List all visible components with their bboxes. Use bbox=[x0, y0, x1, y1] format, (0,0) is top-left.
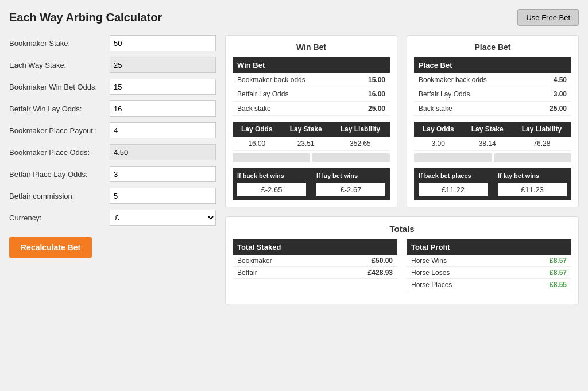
win-bet-info-table: Bookmaker back odds15.00Betfair Lay Odds… bbox=[233, 73, 390, 116]
place-bet-card-title: Place Bet bbox=[414, 42, 571, 52]
form-row-bm-place-odds: Bookmaker Place Odds: bbox=[9, 144, 216, 160]
table-row: Back stake25.00 bbox=[233, 102, 390, 116]
table-row: Betfair Lay Odds3.00 bbox=[414, 87, 571, 102]
input-bf-win-lay-odds[interactable] bbox=[110, 100, 216, 117]
use-free-bet-button[interactable]: Use Free Bet bbox=[517, 9, 579, 26]
table-row: 16.0023.51352.65 bbox=[233, 137, 390, 151]
form-row-bm-win-odds: Bookmaker Win Bet Odds: bbox=[9, 79, 216, 95]
page-title: Each Way Arbing Calculator bbox=[9, 11, 162, 24]
label-each-way-stake: Each Way Stake: bbox=[9, 61, 110, 69]
total-staked-header: Total Staked bbox=[233, 239, 397, 255]
recalculate-button[interactable]: Recalculate Bet bbox=[9, 237, 92, 258]
form-row-bookmaker-stake: Bookmaker Stake: bbox=[9, 35, 216, 51]
place-bet-lay-table: Lay OddsLay StakeLay Liability 3.0038.14… bbox=[414, 122, 571, 151]
table-row: Bookmaker£50.00 bbox=[233, 255, 397, 267]
table-row: Bookmaker back odds15.00 bbox=[233, 73, 390, 87]
label-bookmaker-stake: Bookmaker Stake: bbox=[9, 39, 110, 48]
place-bet-table-header: Place Bet bbox=[414, 57, 571, 73]
totals-cards: Total Staked Bookmaker£50.00Betfair£428.… bbox=[233, 239, 571, 297]
win-bet-table-header: Win Bet bbox=[233, 57, 390, 73]
label-bf-win-lay-odds: Betfair Win Lay Odds: bbox=[9, 104, 110, 113]
currency-select[interactable]: £$€ bbox=[110, 210, 216, 226]
place-bet-info-table: Bookmaker back odds4.50Betfair Lay Odds3… bbox=[414, 73, 571, 116]
place-bet-card: Place Bet Place Bet Bookmaker back odds4… bbox=[407, 35, 579, 207]
outcome-cell: If lay bet wins£-2.67 bbox=[312, 168, 390, 200]
bet-cards-container: Win Bet Win Bet Bookmaker back odds15.00… bbox=[225, 35, 579, 207]
win-bet-slider-1[interactable] bbox=[233, 153, 310, 162]
total-staked-card: Total Staked Bookmaker£50.00Betfair£428.… bbox=[233, 239, 397, 297]
table-row: Horse Loses£8.57 bbox=[407, 267, 571, 279]
totals-section: Totals Total Staked Bookmaker£50.00Betfa… bbox=[225, 216, 579, 304]
form-row-bf-win-lay-odds: Betfair Win Lay Odds: bbox=[9, 100, 216, 117]
label-bm-place-payout: Bookmaker Place Payout : bbox=[9, 126, 110, 135]
form-row-each-way-stake: Each Way Stake: bbox=[9, 57, 216, 73]
input-each-way-stake[interactable] bbox=[110, 57, 216, 73]
input-bf-place-lay-odds[interactable] bbox=[110, 166, 216, 182]
input-bf-commission[interactable] bbox=[110, 188, 216, 204]
label-bm-place-odds: Bookmaker Place Odds: bbox=[9, 148, 110, 157]
place-bet-outcome-row: If back bet places£11.22If lay bet wins£… bbox=[414, 168, 571, 200]
input-bm-win-odds[interactable] bbox=[110, 79, 216, 95]
total-profit-card: Total Profit Horse Wins£8.57Horse Loses£… bbox=[407, 239, 571, 297]
total-profit-table: Horse Wins£8.57Horse Loses£8.57Horse Pla… bbox=[407, 255, 571, 291]
place-bet-slider-2[interactable] bbox=[494, 153, 571, 162]
table-row: Bookmaker back odds4.50 bbox=[414, 73, 571, 87]
input-bookmaker-stake[interactable] bbox=[110, 35, 216, 51]
label-bf-commission: Betfair commission: bbox=[9, 192, 110, 200]
win-bet-lay-table: Lay OddsLay StakeLay Liability 16.0023.5… bbox=[233, 122, 390, 151]
outcome-cell: If back bet wins£-2.65 bbox=[233, 168, 311, 200]
table-row: Back stake25.00 bbox=[414, 102, 571, 116]
form-row-bf-place-lay-odds: Betfair Place Lay Odds: bbox=[9, 166, 216, 182]
win-bet-sliders bbox=[233, 153, 390, 162]
table-row: Horse Places£8.55 bbox=[407, 279, 571, 291]
table-row: 3.0038.1476.28 bbox=[414, 137, 571, 151]
win-bet-card-title: Win Bet bbox=[233, 42, 390, 52]
total-profit-header: Total Profit bbox=[407, 239, 571, 255]
place-bet-sliders bbox=[414, 153, 571, 162]
form-row-bm-place-payout: Bookmaker Place Payout : bbox=[9, 122, 216, 138]
table-row: Horse Wins£8.57 bbox=[407, 255, 571, 267]
label-bm-win-odds: Bookmaker Win Bet Odds: bbox=[9, 83, 110, 91]
win-bet-outcome-row: If back bet wins£-2.65If lay bet wins£-2… bbox=[233, 168, 390, 200]
input-bm-place-odds[interactable] bbox=[110, 144, 216, 160]
win-bet-slider-2[interactable] bbox=[312, 153, 390, 162]
table-row: Betfair£428.93 bbox=[233, 267, 397, 279]
table-row: Betfair Lay Odds16.00 bbox=[233, 87, 390, 102]
currency-label: Currency: bbox=[9, 214, 110, 222]
page-header: Each Way Arbing Calculator Use Free Bet bbox=[9, 9, 579, 26]
outcome-cell: If back bet places£11.22 bbox=[414, 168, 492, 200]
totals-title: Totals bbox=[233, 224, 571, 234]
total-staked-table: Bookmaker£50.00Betfair£428.93 bbox=[233, 255, 397, 279]
win-bet-card: Win Bet Win Bet Bookmaker back odds15.00… bbox=[225, 35, 397, 207]
outcome-cell: If lay bet wins£11.23 bbox=[493, 168, 571, 200]
input-form: Bookmaker Stake:Each Way Stake:Bookmaker… bbox=[9, 35, 216, 304]
input-bm-place-payout[interactable] bbox=[110, 122, 216, 138]
results-panel: Win Bet Win Bet Bookmaker back odds15.00… bbox=[225, 35, 579, 304]
currency-row: Currency: £$€ bbox=[9, 210, 216, 226]
label-bf-place-lay-odds: Betfair Place Lay Odds: bbox=[9, 170, 110, 179]
place-bet-slider-1[interactable] bbox=[414, 153, 492, 162]
form-row-bf-commission: Betfair commission: bbox=[9, 188, 216, 204]
